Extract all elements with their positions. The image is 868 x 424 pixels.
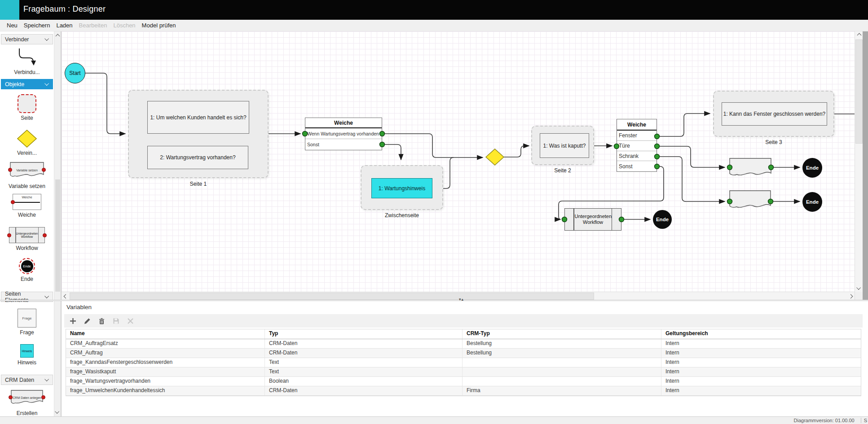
section-title: Verbinder — [5, 36, 29, 43]
menu-item-loeschen[interactable]: Löschen — [110, 21, 138, 30]
cell-typ[interactable]: Text — [265, 358, 463, 367]
weiche-branch-row[interactable]: Schrank — [617, 151, 657, 161]
canvas-horizontal-scrollbar — [62, 292, 855, 300]
cell-crm-typ[interactable]: Bestellung — [463, 349, 661, 358]
weiche-branch-row[interactable]: Wenn Wartungsvertrag vorhanden — [305, 128, 382, 139]
weiche-branch-row[interactable]: Sonst — [305, 139, 382, 149]
palette-item-frage[interactable]: Frage Frage — [0, 309, 54, 336]
table-row[interactable]: CRM_Auftrag CRM-Daten Bestellung Intern — [66, 349, 861, 358]
scrollbar-thumb[interactable] — [55, 179, 60, 292]
menu-item-neu[interactable]: Neu — [4, 21, 21, 30]
palette-item-verbindung[interactable]: Verbindu... — [0, 47, 54, 75]
variables-panel: Variablen — [62, 301, 868, 416]
palette-item-ende[interactable]: Ende Ende — [0, 258, 54, 282]
icon-caption: CRM Daten anlegen — [12, 391, 42, 405]
weiche-branch-row[interactable]: Türe — [617, 141, 657, 151]
delete-variable-button[interactable] — [97, 316, 106, 326]
scroll-up-button[interactable] — [855, 31, 863, 39]
cell-geltungsbereich[interactable]: Intern — [661, 386, 861, 395]
cell-crm-typ[interactable] — [463, 367, 661, 376]
table-row[interactable]: frage_Wasistkaputt Text Intern — [66, 367, 861, 377]
node-ende-3[interactable]: Ende — [653, 210, 672, 229]
node-frage-wartungsvertrag[interactable]: 2: Wartungsvertrag vorhanden? — [147, 146, 248, 169]
cell-crm-typ[interactable] — [463, 358, 661, 367]
table-row[interactable]: frage_UmwelchenKundenhandeltessich CRM-D… — [66, 386, 861, 396]
table-row[interactable]: frage_KanndasFenstergeschlossenwerden Te… — [66, 358, 861, 367]
section-header-objekte[interactable]: Objekte — [1, 79, 53, 89]
menu-item-laden[interactable]: Laden — [53, 21, 75, 30]
cell-typ[interactable]: Boolean — [265, 377, 463, 386]
icon-caption: Weiche — [13, 196, 41, 199]
cell-typ[interactable]: CRM-Daten — [265, 339, 463, 348]
scroll-up-button[interactable] — [54, 32, 61, 39]
palette-item-hinweis[interactable]: Hinweis Hinweis — [0, 344, 54, 366]
weiche-branch-row[interactable]: Fenster — [617, 131, 657, 141]
palette-item-erstellen[interactable]: CRM Daten anlegen Erstellen — [0, 389, 54, 416]
cell-name[interactable]: frage_UmwelchenKundenhandeltessich — [66, 386, 265, 395]
cell-name[interactable]: frage_Wasistkaputt — [66, 367, 265, 376]
cell-crm-typ[interactable] — [463, 377, 661, 386]
node-ende-1[interactable]: Ende — [802, 158, 822, 178]
cancel-edit-button[interactable] — [125, 316, 135, 326]
cell-geltungsbereich[interactable]: Intern — [661, 367, 861, 376]
variables-toolbar — [64, 314, 863, 328]
table-row[interactable]: CRM_AuftragErsatz CRM-Daten Bestellung I… — [66, 339, 861, 349]
section-header-crm-daten[interactable]: CRM Daten — [1, 375, 53, 385]
node-weiche1[interactable]: Weiche Wenn Wartungsvertrag vorhanden So… — [305, 118, 382, 150]
menu-item-speichern[interactable]: Speichern — [21, 21, 53, 30]
port-dot-red — [11, 200, 15, 204]
menu-item-bearbeiten[interactable]: Bearbeiten — [76, 21, 110, 30]
cell-geltungsbereich[interactable]: Intern — [661, 377, 861, 386]
cell-typ[interactable]: Text — [265, 367, 463, 376]
node-frage-kaputt[interactable]: 1: Was ist kaputt? — [540, 133, 589, 158]
cell-name[interactable]: CRM_AuftragErsatz — [66, 339, 265, 348]
cell-name[interactable]: frage_Wartungsvertragvorhanden — [66, 377, 265, 386]
statusbar-separator — [861, 418, 861, 423]
node-weiche2[interactable]: Weiche Fenster Türe Schrank Sonst — [617, 119, 657, 172]
column-header-geltungsbereich[interactable]: Geltungsbereich — [661, 329, 861, 339]
node-sub-workflow[interactable]: Untergeordneten Workflow — [564, 208, 621, 231]
node-ende-2[interactable]: Ende — [802, 192, 822, 212]
merge-diamond-node[interactable] — [486, 149, 504, 165]
palette-item-label: Verbindu... — [14, 69, 40, 75]
section-header-verbinder[interactable]: Verbinder — [1, 34, 53, 44]
node-crm-anlegen-2[interactable]: CRM Daten anlegen — [731, 193, 769, 207]
diagram-canvas[interactable]: Start 1: Um welchen Kunden handelt es si… — [62, 31, 855, 292]
weiche-branch-row[interactable]: Sonst — [617, 161, 657, 171]
cell-geltungsbereich[interactable]: Intern — [661, 358, 861, 367]
cell-typ[interactable]: CRM-Daten — [265, 386, 463, 395]
palette-item-workflow[interactable]: Untergeordneten Workflow Workflow — [0, 227, 54, 251]
palette-item-vereinigung[interactable]: Verein... — [0, 129, 54, 156]
node-crm-anlegen-1[interactable]: CRM Daten anlegen — [731, 161, 769, 175]
column-header-typ[interactable]: Typ — [265, 329, 463, 339]
scroll-right-button[interactable] — [846, 292, 855, 300]
cell-geltungsbereich[interactable]: Intern — [661, 339, 861, 348]
cell-typ[interactable]: CRM-Daten — [265, 349, 463, 358]
node-start[interactable]: Start — [65, 63, 85, 83]
save-variable-button[interactable] — [111, 316, 121, 326]
column-header-name[interactable]: Name — [66, 329, 265, 339]
cell-crm-typ[interactable]: Firma — [463, 386, 661, 395]
palette-item-weiche[interactable]: Weiche Weiche — [0, 194, 54, 218]
palette-item-variable-setzen[interactable]: Variable setzen Variable setzen — [0, 162, 54, 189]
scroll-down-button[interactable] — [54, 408, 61, 415]
scrollbar-thumb[interactable] — [855, 39, 863, 144]
node-frage-kunde[interactable]: 1: Um welchen Kunden handelt es sich? — [147, 101, 249, 134]
cell-geltungsbereich[interactable]: Intern — [661, 349, 861, 358]
scroll-down-button[interactable] — [855, 284, 863, 292]
column-header-crm-typ[interactable]: CRM-Typ — [463, 329, 661, 339]
scroll-left-button[interactable] — [62, 292, 70, 300]
table-row[interactable]: frage_Wartungsvertragvorhanden Boolean I… — [66, 377, 861, 386]
node-frage-fenster[interactable]: 1: Kann das Fenster geschlossen werden? — [722, 102, 827, 126]
node-wartungshinweis[interactable]: 1: Wartungshinweis — [371, 178, 432, 198]
cancel-x-icon — [127, 318, 134, 324]
cell-crm-typ[interactable]: Bestellung — [463, 339, 661, 348]
palette-item-seite[interactable]: Seite — [0, 94, 54, 121]
cell-name[interactable]: CRM_Auftrag — [66, 349, 265, 358]
connector-arrow-icon — [11, 47, 43, 67]
edit-variable-button[interactable] — [82, 316, 92, 326]
scrollbar-thumb[interactable] — [70, 293, 594, 300]
cell-name[interactable]: frage_KanndasFenstergeschlossenwerden — [66, 358, 265, 367]
menu-item-model-pruefen[interactable]: Model prüfen — [139, 21, 179, 30]
add-variable-button[interactable] — [68, 316, 78, 326]
